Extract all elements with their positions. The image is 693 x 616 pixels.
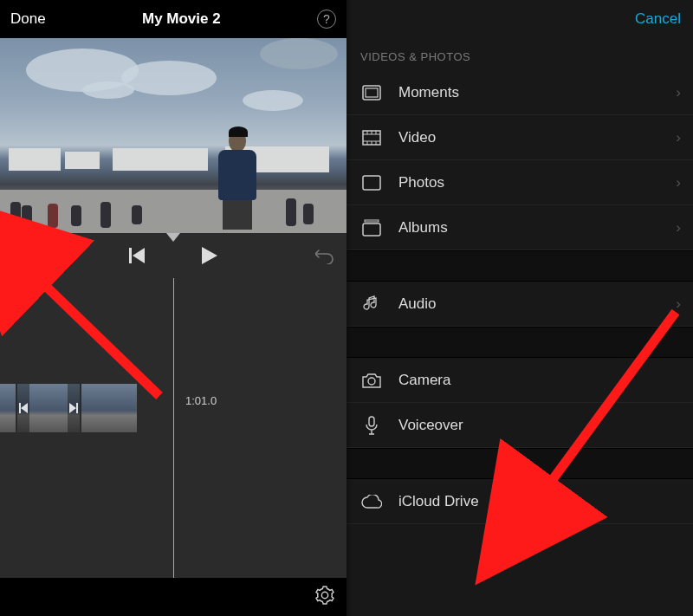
- browser-header: Cancel: [346, 0, 693, 38]
- row-label: Photos: [398, 174, 444, 191]
- svg-rect-9: [366, 88, 378, 97]
- svg-rect-21: [363, 224, 380, 236]
- undo-button[interactable]: [315, 247, 336, 264]
- row-icloud-drive[interactable]: iCloud Drive: [346, 479, 693, 524]
- chevron-right-icon: ›: [676, 129, 681, 146]
- timecode-label: 1:01.0: [185, 394, 217, 407]
- svg-rect-19: [363, 176, 380, 190]
- help-button[interactable]: ?: [317, 10, 336, 29]
- row-label: Audio: [398, 295, 436, 313]
- editor-panel: Done My Movie 2 ? +: [0, 0, 346, 616]
- media-browser-panel: Cancel VIDEOS & PHOTOS Moments › Video ›…: [346, 0, 693, 616]
- chevron-right-icon: ›: [676, 295, 681, 313]
- section-separator: [346, 250, 693, 282]
- cloud-icon: [360, 495, 383, 509]
- editor-bottom-bar: [0, 578, 346, 616]
- row-audio[interactable]: Audio ›: [346, 282, 693, 327]
- clip-trim-left-icon[interactable]: [17, 384, 29, 432]
- section-header-videos-photos: VIDEOS & PHOTOS: [346, 38, 693, 70]
- row-photos[interactable]: Photos ›: [346, 160, 693, 205]
- photos-icon: [360, 175, 383, 191]
- timeline[interactable]: 1:01.0: [0, 278, 346, 578]
- row-label: Moments: [398, 84, 459, 101]
- settings-button[interactable]: [315, 586, 334, 608]
- timeline-clip[interactable]: [0, 384, 16, 432]
- albums-icon: [360, 219, 383, 237]
- skip-back-button[interactable]: [129, 248, 146, 263]
- camera-icon: [360, 373, 383, 388]
- svg-marker-2: [202, 247, 217, 264]
- project-title: My Movie 2: [142, 10, 221, 28]
- transport-bar: +: [0, 233, 346, 278]
- section-separator: [346, 327, 693, 358]
- svg-rect-20: [365, 220, 379, 222]
- row-albums[interactable]: Albums ›: [346, 205, 693, 250]
- add-media-button[interactable]: +: [10, 242, 36, 269]
- svg-marker-3: [21, 403, 28, 413]
- svg-rect-0: [129, 248, 132, 263]
- svg-marker-5: [69, 403, 76, 413]
- done-button[interactable]: Done: [10, 10, 46, 28]
- row-label: Camera: [398, 372, 450, 389]
- svg-rect-23: [369, 417, 374, 426]
- chevron-right-icon: ›: [676, 174, 681, 191]
- preview-subject: [210, 129, 265, 230]
- preview-viewport[interactable]: [0, 38, 346, 233]
- row-label: iCloud Drive: [398, 493, 479, 510]
- moments-icon: [360, 85, 383, 101]
- cancel-button[interactable]: Cancel: [635, 10, 681, 28]
- svg-point-22: [368, 378, 375, 385]
- chevron-right-icon: ›: [676, 84, 681, 101]
- timeline-clip[interactable]: [17, 384, 80, 432]
- row-video[interactable]: Video ›: [346, 115, 693, 160]
- row-label: Voiceover: [398, 417, 463, 434]
- section-separator: [346, 448, 693, 479]
- row-label: Albums: [398, 219, 448, 237]
- row-camera[interactable]: Camera: [346, 358, 693, 403]
- audio-icon: [360, 295, 383, 313]
- chevron-right-icon: ›: [676, 219, 681, 237]
- play-button[interactable]: [202, 247, 217, 264]
- svg-marker-1: [133, 248, 145, 263]
- clip-strip: [0, 382, 137, 434]
- row-moments[interactable]: Moments ›: [346, 70, 693, 115]
- video-icon: [360, 130, 383, 146]
- row-label: Video: [398, 129, 436, 146]
- editor-header: Done My Movie 2 ?: [0, 0, 346, 38]
- playhead-line[interactable]: [173, 278, 174, 578]
- svg-rect-6: [76, 403, 78, 413]
- svg-rect-4: [19, 403, 21, 413]
- row-voiceover[interactable]: Voiceover: [346, 403, 693, 448]
- microphone-icon: [360, 416, 383, 435]
- timeline-clip[interactable]: [81, 384, 137, 432]
- clip-trim-right-icon[interactable]: [68, 384, 80, 432]
